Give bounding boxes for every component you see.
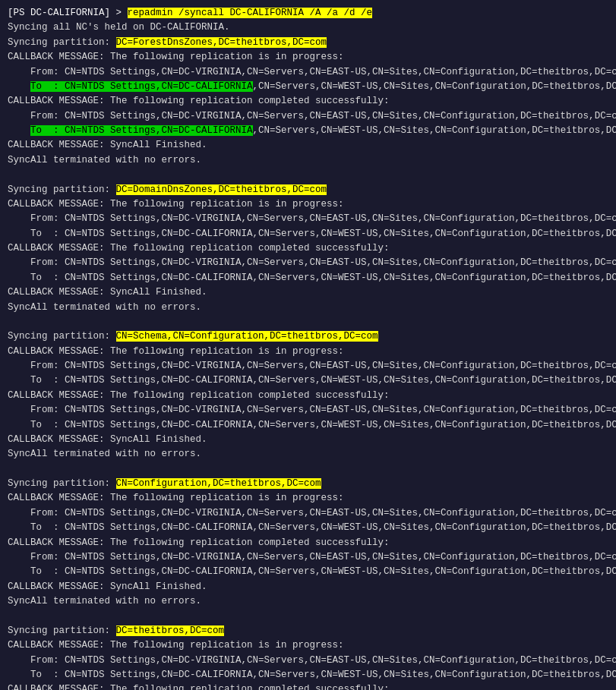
output-line: From: CN=NTDS Settings,CN=DC-VIRGINIA,CN… (8, 403, 608, 417)
output-line: Syncing all NC's held on DC-CALIFORNIA. (8, 20, 608, 35)
output-line: CALLBACK MESSAGE: The following replicat… (8, 389, 608, 403)
partition-line-1: Syncing partition: DC=ForestDnsZones,DC=… (8, 36, 608, 50)
partition-label-2: DC=DomainDnsZones,DC=theitbros,DC=com (116, 184, 327, 195)
terminal-window: [PS DC-CALIFORNIA] > repadmin /syncall D… (0, 0, 616, 690)
output-line: SyncAll terminated with no errors. (8, 301, 608, 315)
output-line: SyncAll terminated with no errors. (8, 153, 608, 168)
output-line: To : CN=NTDS Settings,CN=DC-CALIFORNIA,C… (8, 521, 608, 535)
output-line: From: CN=NTDS Settings,CN=DC-VIRGINIA,CN… (8, 212, 608, 226)
to-line-green-2: To : CN=NTDS Settings,CN=DC-CALIFORNIA,C… (8, 124, 608, 138)
output-line: To : CN=NTDS Settings,CN=DC-CALIFORNIA,C… (8, 418, 608, 433)
partition-label-1: DC=ForestDnsZones,DC=theitbros,DC=com (116, 37, 327, 48)
output-line: CALLBACK MESSAGE: SyncAll Finished. (8, 285, 608, 300)
partition-line-3: Syncing partition: CN=Schema,CN=Configur… (8, 329, 608, 344)
empty-line (8, 315, 608, 329)
output-line: From: CN=NTDS Settings,CN=DC-VIRGINIA,CN… (8, 109, 608, 124)
output-line: CALLBACK MESSAGE: SyncAll Finished. (8, 138, 608, 153)
prompt: [PS DC-CALIFORNIA] > (8, 8, 128, 18)
output-line: To : CN=NTDS Settings,CN=DC-CALIFORNIA,C… (8, 373, 608, 388)
to-highlight-1: To : CN=NTDS Settings,CN=DC-CALIFORNIA (30, 81, 253, 92)
empty-line (8, 609, 608, 623)
partition-label-3: CN=Schema,CN=Configuration,DC=theitbros,… (116, 331, 378, 342)
partition-label-4: CN=Configuration,DC=theitbros,DC=com (116, 478, 321, 489)
partition-line-4: Syncing partition: CN=Configuration,DC=t… (8, 477, 608, 491)
output-line: From: CN=NTDS Settings,CN=DC-VIRGINIA,CN… (8, 506, 608, 521)
empty-line (8, 462, 608, 477)
output-line: CALLBACK MESSAGE: The following replicat… (8, 536, 608, 550)
output-line: CALLBACK MESSAGE: The following replicat… (8, 345, 608, 359)
output-line: To : CN=NTDS Settings,CN=DC-CALIFORNIA,C… (8, 565, 608, 579)
partition-line-2: Syncing partition: DC=DomainDnsZones,DC=… (8, 183, 608, 197)
output-line: CALLBACK MESSAGE: SyncAll Finished. (8, 580, 608, 594)
output-line: SyncAll terminated with no errors. (8, 447, 608, 462)
command-text: repadmin /syncall DC-CALIFORNIA /A /a /d… (128, 8, 373, 18)
output-line: To : CN=NTDS Settings,CN=DC-CALIFORNIA,C… (8, 668, 608, 682)
to-line-green-1: To : CN=NTDS Settings,CN=DC-CALIFORNIA,C… (8, 80, 608, 94)
output-line: CALLBACK MESSAGE: The following replicat… (8, 94, 608, 109)
partition-line-5: Syncing partition: DC=theitbros,DC=com (8, 624, 608, 638)
output-line: From: CN=NTDS Settings,CN=DC-VIRGINIA,CN… (8, 550, 608, 565)
output-line: From: CN=NTDS Settings,CN=DC-VIRGINIA,CN… (8, 359, 608, 373)
output-line: CALLBACK MESSAGE: The following replicat… (8, 241, 608, 256)
output-line: CALLBACK MESSAGE: SyncAll Finished. (8, 433, 608, 447)
output-line: CALLBACK MESSAGE: The following replicat… (8, 682, 608, 690)
output-line: CALLBACK MESSAGE: The following replicat… (8, 197, 608, 212)
to-highlight-2: To : CN=NTDS Settings,CN=DC-CALIFORNIA (30, 125, 253, 136)
output-line: CALLBACK MESSAGE: The following replicat… (8, 638, 608, 653)
output-line: To : CN=NTDS Settings,CN=DC-CALIFORNIA,C… (8, 227, 608, 241)
output-line: CALLBACK MESSAGE: The following replicat… (8, 491, 608, 506)
empty-line (8, 168, 608, 182)
output-line: From: CN=NTDS Settings,CN=DC-VIRGINIA,CN… (8, 654, 608, 668)
output-line: From: CN=NTDS Settings,CN=DC-VIRGINIA,CN… (8, 256, 608, 270)
command-line: [PS DC-CALIFORNIA] > repadmin /syncall D… (8, 6, 608, 20)
output-line: To : CN=NTDS Settings,CN=DC-CALIFORNIA,C… (8, 271, 608, 285)
output-line: SyncAll terminated with no errors. (8, 594, 608, 609)
output-line: CALLBACK MESSAGE: The following replicat… (8, 50, 608, 65)
partition-label-5: DC=theitbros,DC=com (116, 625, 225, 636)
output-line: From: CN=NTDS Settings,CN=DC-VIRGINIA,CN… (8, 65, 608, 80)
